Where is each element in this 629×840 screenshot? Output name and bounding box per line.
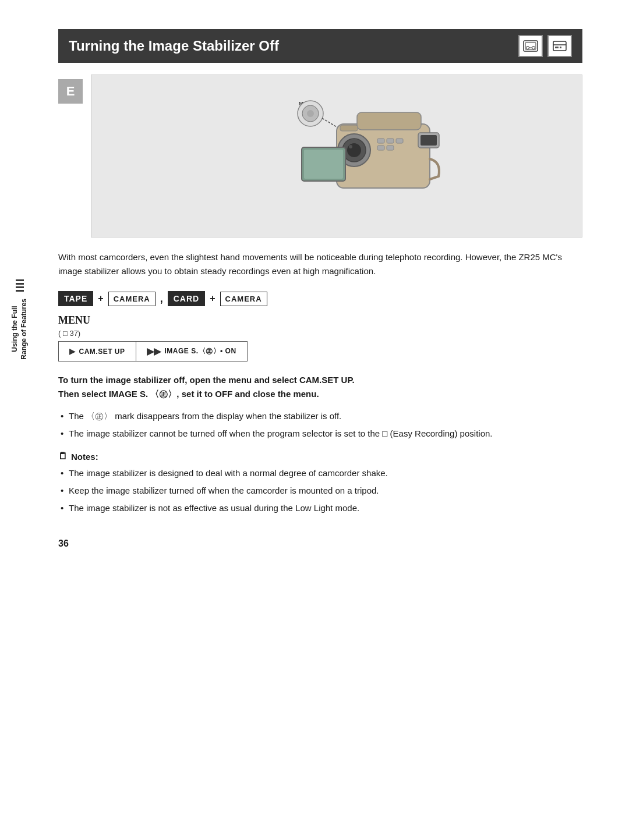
- side-bars: [16, 279, 24, 292]
- svg-rect-7: [555, 47, 559, 48]
- card-icon: [547, 35, 572, 57]
- camcorder-image: MENU: [91, 75, 582, 238]
- instruction-line2: Then select IMAGE S. 〈㊣〉, set it to OFF …: [58, 389, 319, 399]
- menu-ref: ( □ 37): [58, 329, 582, 338]
- side-bar-2: [16, 283, 24, 285]
- svg-point-12: [307, 110, 314, 117]
- notes-section: 🗒 Notes: The image stabilizer is designe…: [58, 451, 582, 515]
- notes-bullet-list: The image stabilizer is designed to deal…: [58, 466, 582, 515]
- tape-badge: TAPE: [58, 291, 93, 306]
- menu-step-1-arrow: ▶: [69, 347, 76, 356]
- instruction-line1: To turn the image stabilizer off, open t…: [58, 375, 355, 385]
- svg-rect-24: [396, 139, 403, 143]
- svg-point-2: [526, 47, 529, 49]
- menu-section: MENU ( □ 37) ▶ CAM.SET UP ▶▶ IMAGE S.〈㊣〉…: [58, 314, 582, 361]
- svg-rect-1: [525, 42, 536, 49]
- notes-label-text: Notes:: [71, 452, 98, 462]
- notes-bullet-2: Keep the image stabilizer turned off whe…: [58, 484, 582, 498]
- page-title: Turning the Image Stabilizer Off: [69, 38, 279, 54]
- title-bar: Turning the Image Stabilizer Off: [58, 29, 582, 63]
- notes-bullet-3: The image stabilizer is not as effective…: [58, 501, 582, 515]
- tape-icon: [518, 35, 543, 57]
- page-number: 36: [58, 538, 582, 549]
- notes-label: 🗒 Notes:: [58, 451, 582, 462]
- menu-steps: ▶ CAM.SET UP ▶▶ IMAGE S.〈㊣〉• ON: [58, 341, 248, 361]
- svg-rect-20: [420, 135, 437, 146]
- svg-rect-23: [387, 139, 394, 143]
- menu-step-2-text: IMAGE S.〈㊣〉• ON: [165, 346, 236, 356]
- notes-bullet-1: The image stabilizer is designed to deal…: [58, 466, 582, 480]
- menu-label: MENU: [58, 314, 582, 327]
- svg-rect-25: [377, 146, 384, 150]
- instruction-text: To turn the image stabilizer off, open t…: [58, 373, 582, 401]
- side-bar-4: [16, 290, 24, 292]
- title-icon-group: [518, 35, 572, 57]
- mode-row: TAPE + CAMERA , CARD + CAMERA: [58, 291, 582, 306]
- camera-badge-2: CAMERA: [220, 292, 267, 306]
- e-badge: E: [58, 79, 83, 104]
- svg-rect-8: [560, 47, 561, 48]
- bullet-item-1: The 〈㊣〉 mark disappears from the display…: [58, 409, 582, 423]
- bullet-item-2: The image stabilizer cannot be turned of…: [58, 427, 582, 441]
- plus-sign-2: +: [210, 293, 215, 304]
- plus-sign-1: +: [98, 293, 103, 304]
- menu-step-1: ▶ CAM.SET UP: [59, 342, 136, 361]
- svg-rect-5: [553, 41, 566, 51]
- camera-badge-1: CAMERA: [108, 292, 156, 306]
- svg-rect-29: [340, 125, 358, 131]
- page-container: Using the Full Range of Features Turning…: [0, 0, 629, 840]
- image-area: E MENU: [58, 75, 582, 238]
- menu-step-1-text: CAM.SET UP: [79, 348, 125, 356]
- comma-sign: ,: [160, 293, 163, 305]
- side-bar-1: [16, 279, 24, 281]
- svg-rect-26: [387, 146, 394, 150]
- svg-point-3: [532, 47, 535, 49]
- bullet-list: The 〈㊣〉 mark disappears from the display…: [58, 409, 582, 441]
- notes-icon: 🗒: [58, 451, 68, 462]
- svg-point-18: [349, 145, 352, 148]
- menu-step-2-arrow: ▶▶: [147, 346, 161, 357]
- svg-rect-22: [377, 139, 384, 143]
- menu-step-2: ▶▶ IMAGE S.〈㊣〉• ON: [136, 342, 247, 361]
- side-label-text: Using the Full Range of Features: [10, 299, 29, 360]
- svg-rect-21: [357, 112, 421, 130]
- side-label: Using the Full Range of Features: [10, 279, 29, 360]
- svg-point-17: [347, 143, 361, 157]
- card-badge: CARD: [168, 291, 205, 306]
- svg-rect-28: [304, 150, 343, 179]
- description-text: With most camcorders, even the slightest…: [58, 250, 582, 278]
- side-bar-3: [16, 286, 24, 288]
